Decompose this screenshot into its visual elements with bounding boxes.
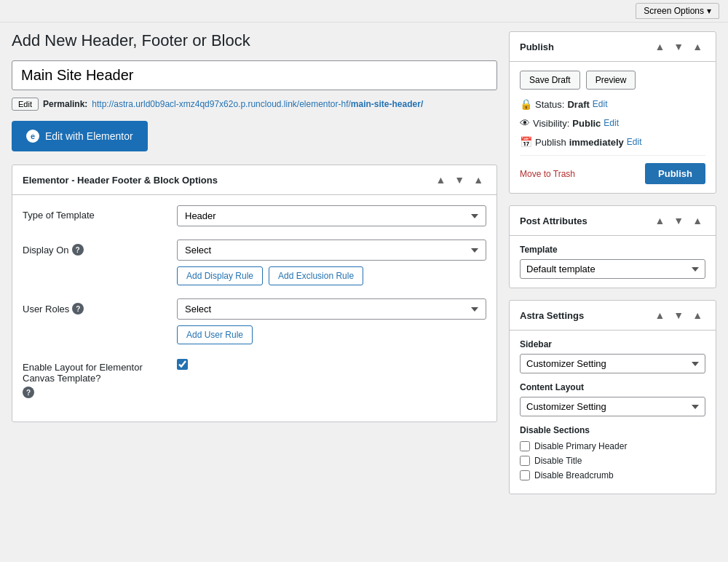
permalink-label: Permalink: (43, 99, 87, 109)
add-exclusion-rule-button[interactable]: Add Exclusion Rule (269, 266, 363, 285)
astra-settings-toggle-button[interactable]: ▲ (689, 308, 705, 322)
metabox-title: Elementor - Header Footer & Block Option… (23, 175, 218, 186)
visibility-edit-link[interactable]: Edit (604, 118, 619, 128)
post-attributes-panel-title: Post Attributes (520, 215, 587, 226)
user-roles-row: User Roles ? Select Add User Rule (23, 298, 486, 344)
enable-layout-checkbox-row (177, 357, 486, 370)
permalink-link[interactable]: http://astra.urld0b9acl-xmz4qd97x62o.p.r… (92, 99, 423, 109)
right-column: Publish ▲ ▼ ▲ Save Draft Preview 🔒 Statu… (509, 31, 716, 506)
astra-settings-panel: Astra Settings ▲ ▼ ▲ Sidebar Customizer … (509, 300, 716, 494)
permalink-row: Edit Permalink: http://astra.urld0b9acl-… (12, 98, 497, 111)
move-to-trash-link[interactable]: Move to Trash (520, 169, 575, 179)
type-of-template-row: Type of Template Header Footer Block (23, 205, 486, 226)
publish-when-label: Publish (535, 137, 566, 148)
post-attributes-up-button[interactable]: ▲ (652, 213, 668, 228)
astra-settings-down-button[interactable]: ▼ (670, 308, 687, 322)
publish-panel-header: Publish ▲ ▼ ▲ (510, 32, 716, 62)
post-attributes-toggle-button[interactable]: ▲ (689, 213, 705, 228)
elementor-icon: e (26, 130, 39, 143)
visibility-row: 👁 Visibility: Public Edit (520, 117, 705, 129)
disable-breadcrumb-checkbox[interactable] (520, 470, 530, 480)
publish-footer: Move to Trash Publish (520, 155, 705, 184)
disable-primary-header-label: Disable Primary Header (534, 441, 627, 451)
post-attributes-down-button[interactable]: ▼ (670, 213, 687, 228)
visibility-icon: 👁 (520, 117, 530, 129)
publish-panel-controls: ▲ ▼ ▲ (652, 39, 705, 54)
disable-sections-label: Disable Sections (520, 425, 705, 435)
enable-layout-label: Enable Layout for Elementor Canvas Templ… (23, 357, 168, 398)
user-roles-select[interactable]: Select (177, 298, 486, 320)
publish-panel: Publish ▲ ▼ ▲ Save Draft Preview 🔒 Statu… (509, 31, 716, 194)
post-attributes-panel-header: Post Attributes ▲ ▼ ▲ (510, 206, 716, 236)
user-roles-rule-buttons: Add User Rule (177, 325, 486, 344)
enable-layout-checkbox[interactable] (177, 359, 188, 370)
status-label: Status: (535, 99, 564, 110)
publish-when-row: 📅 Publish immediately Edit (520, 136, 705, 148)
screen-options-button[interactable]: Screen Options ▾ (636, 3, 719, 19)
astra-settings-panel-body: Sidebar Customizer Setting Content Layou… (510, 331, 716, 494)
display-on-help-icon[interactable]: ? (72, 244, 84, 256)
publish-when-edit-link[interactable]: Edit (627, 137, 642, 147)
metabox-header-footer-options: Elementor - Header Footer & Block Option… (12, 165, 497, 422)
enable-layout-help-icon[interactable]: ? (23, 387, 34, 398)
type-of-template-control: Header Footer Block (177, 205, 486, 226)
template-select[interactable]: Default template (520, 259, 705, 279)
visibility-value: Public (572, 118, 601, 129)
disable-title-label: Disable Title (534, 456, 582, 466)
publish-btn-row: Save Draft Preview (520, 71, 705, 90)
content-layout-select[interactable]: Customizer Setting (520, 397, 705, 416)
edit-with-elementor-button[interactable]: e Edit with Elementor (12, 121, 148, 151)
disable-breadcrumb-row: Disable Breadcrumb (520, 470, 705, 480)
metabox-controls: ▲ ▼ ▲ (432, 173, 486, 187)
astra-settings-panel-controls: ▲ ▼ ▲ (652, 308, 705, 322)
publish-panel-up-button[interactable]: ▲ (652, 39, 668, 54)
page-title: Add New Header, Footer or Block (12, 31, 497, 50)
type-of-template-select[interactable]: Header Footer Block (177, 205, 486, 226)
disable-primary-header-checkbox[interactable] (520, 441, 530, 451)
publish-panel-toggle-button[interactable]: ▲ (689, 39, 705, 54)
status-row: 🔒 Status: Draft Edit (520, 98, 705, 110)
display-on-label: Display On ? (23, 240, 168, 256)
user-roles-help-icon[interactable]: ? (72, 303, 84, 314)
permalink-edit-button[interactable]: Edit (12, 98, 39, 111)
publish-when-value: immediately (569, 137, 624, 148)
template-field-label: Template (520, 245, 705, 255)
disable-title-row: Disable Title (520, 456, 705, 466)
elementor-btn-label: Edit with Elementor (45, 130, 133, 142)
chevron-down-icon: ▾ (707, 6, 711, 16)
disable-primary-header-row: Disable Primary Header (520, 441, 705, 451)
preview-button[interactable]: Preview (586, 71, 636, 90)
sidebar-select[interactable]: Customizer Setting (520, 354, 705, 373)
main-content: Add New Header, Footer or Block Edit Per… (0, 23, 728, 515)
left-column: Add New Header, Footer or Block Edit Per… (12, 31, 497, 506)
sidebar-field-label: Sidebar (520, 339, 705, 349)
enable-layout-row: Enable Layout for Elementor Canvas Templ… (23, 357, 486, 398)
add-display-rule-button[interactable]: Add Display Rule (177, 266, 263, 285)
publish-panel-body: Save Draft Preview 🔒 Status: Draft Edit … (510, 62, 716, 193)
metabox-down-button[interactable]: ▼ (451, 173, 467, 187)
status-icon: 🔒 (520, 98, 532, 110)
display-on-select[interactable]: Select (177, 240, 486, 261)
publish-button[interactable]: Publish (645, 163, 705, 184)
metabox-up-button[interactable]: ▲ (432, 173, 448, 187)
metabox-header: Elementor - Header Footer & Block Option… (12, 165, 496, 195)
save-draft-button[interactable]: Save Draft (520, 71, 580, 90)
publish-panel-down-button[interactable]: ▼ (670, 39, 687, 54)
user-roles-control: Select Add User Rule (177, 298, 486, 344)
post-attributes-panel-controls: ▲ ▼ ▲ (652, 213, 705, 228)
metabox-toggle-button[interactable]: ▲ (470, 173, 486, 187)
metabox-body: Type of Template Header Footer Block Dis… (12, 195, 496, 422)
screen-options-label: Screen Options (644, 6, 704, 16)
user-roles-label: User Roles ? (23, 298, 168, 314)
disable-title-checkbox[interactable] (520, 456, 530, 466)
astra-settings-up-button[interactable]: ▲ (652, 308, 668, 322)
content-layout-field-label: Content Layout (520, 382, 705, 392)
add-user-rule-button[interactable]: Add User Rule (177, 325, 253, 344)
visibility-label: Visibility: (533, 118, 569, 129)
post-title-input[interactable] (12, 60, 497, 90)
disable-breadcrumb-label: Disable Breadcrumb (534, 470, 614, 480)
enable-layout-control (177, 357, 486, 370)
astra-settings-panel-header: Astra Settings ▲ ▼ ▲ (510, 301, 716, 331)
status-edit-link[interactable]: Edit (593, 99, 608, 109)
publish-when-icon: 📅 (520, 136, 532, 148)
